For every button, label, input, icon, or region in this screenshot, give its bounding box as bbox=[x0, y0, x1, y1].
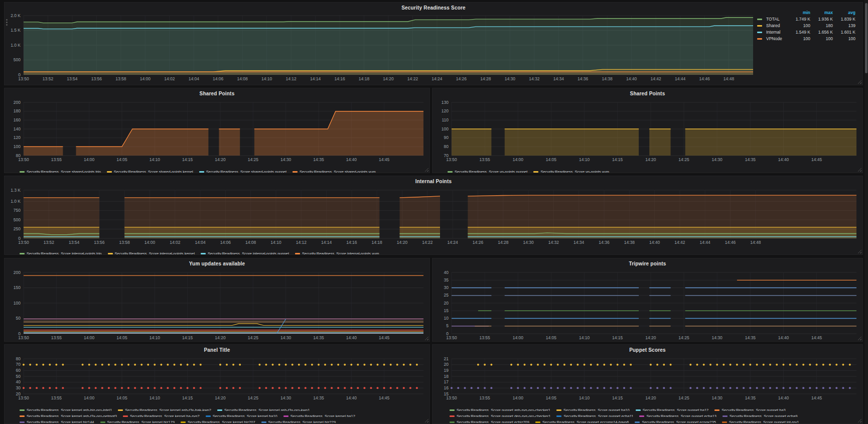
panel-resize-handle[interactable] bbox=[857, 80, 861, 84]
legend-item[interactable]: Security.Readiness_Score.puppet.ecba11 bbox=[556, 413, 633, 417]
internal-points-chart[interactable]: 02505007501.0 K1.3 K13:5013:5213:5413:56… bbox=[6, 187, 861, 247]
svg-text:14:02: 14:02 bbox=[170, 240, 181, 245]
security-readiness-chart[interactable]: 05001.0 K1.5 K2.0 K13:5013:5213:5413:561… bbox=[6, 13, 758, 85]
svg-text:250: 250 bbox=[14, 226, 21, 231]
kernel-scores-chart[interactable]: 2030405060708013:5013:5514:0014:0514:101… bbox=[6, 355, 428, 403]
legend-value: 1.749 K bbox=[788, 16, 810, 23]
series-name: Security.Readiness_Score.vp-points.puppe… bbox=[455, 169, 527, 173]
legend-item[interactable]: Security.Readiness_Score.puppet.eccomp14… bbox=[535, 419, 629, 423]
chart-canvas[interactable]: 70809010011012013013:5013:5514:0014:0514… bbox=[433, 99, 861, 165]
chart-canvas[interactable]: 051015202530354013:5013:5514:0014:0514:1… bbox=[433, 269, 861, 343]
panel-internal-points: Internal Points 02505007501.0 K1.3 K13:5… bbox=[4, 176, 863, 255]
svg-text:14:00: 14:00 bbox=[84, 157, 95, 162]
panel-title[interactable]: Internal Points bbox=[5, 179, 862, 184]
legend-item[interactable]: Security.Readiness_Score.kernel.ba-sys2 bbox=[123, 413, 200, 417]
svg-text:100: 100 bbox=[14, 144, 21, 149]
puppet-scores-chart[interactable]: 1516171819202113:5013:5514:0014:0514:101… bbox=[433, 355, 861, 403]
legend-item[interactable]: Security.Readiness_Score.vp-points.puppe… bbox=[448, 169, 527, 173]
legend-item[interactable]: Security.Readiness_Score.shared-points.t… bbox=[20, 169, 101, 173]
drag-handle-icon[interactable] bbox=[6, 19, 8, 21]
chart-canvas[interactable]: 02505007501.0 K1.3 K13:5013:5213:5413:56… bbox=[6, 187, 861, 247]
svg-text:14:20: 14:20 bbox=[397, 240, 408, 245]
panel-title[interactable]: Security Readiness Score bbox=[5, 5, 862, 11]
svg-text:14:40: 14:40 bbox=[626, 76, 637, 81]
svg-text:160: 160 bbox=[14, 117, 21, 122]
series-legend: Security.Readiness_Score.puppet.ash-sys-… bbox=[450, 405, 859, 423]
svg-text:80: 80 bbox=[16, 356, 21, 361]
series-color-dash-icon bbox=[722, 421, 727, 423]
legend-item[interactable]: Security.Readiness_Score.puppet.ecbiz209 bbox=[450, 419, 529, 423]
legend-item[interactable]: Security.Readiness_Score.kernel.ash-t3x-… bbox=[20, 413, 117, 417]
legend-item[interactable]: Internal bbox=[757, 29, 788, 36]
series-name: Security.Readiness_Score.vp-points.yum bbox=[540, 169, 609, 173]
chart-canvas[interactable]: 1516171819202113:5013:5514:0014:0514:101… bbox=[433, 355, 861, 403]
panel-security-readiness-score: Security Readiness Score 05001.0 K1.5 K2… bbox=[4, 2, 863, 85]
panel-title[interactable]: Panel Title bbox=[5, 347, 429, 353]
legend-item[interactable]: Security.Readiness_Score.puppet.den-sys-… bbox=[450, 413, 550, 417]
panel-title[interactable]: Shared Points bbox=[432, 91, 862, 96]
legend-item[interactable]: Security.Readiness_Score.vp-points.yum bbox=[533, 169, 609, 173]
legend-item[interactable]: Security.Readiness_Score.kernel.biz207 bbox=[181, 419, 255, 423]
svg-text:1.3 K: 1.3 K bbox=[11, 188, 21, 193]
legend-item[interactable]: Security.Readiness_Score.puppet.ba10 bbox=[556, 407, 630, 411]
series-name: Security.Readiness_Score.kernel.ash-t3x-… bbox=[224, 407, 310, 411]
legend-item[interactable]: Shared bbox=[757, 23, 788, 29]
legend-item[interactable]: Security.Readiness_Score.internal-points… bbox=[201, 251, 289, 254]
svg-text:14:46: 14:46 bbox=[699, 76, 710, 81]
legend-item[interactable]: Security.Readiness_Score.shared-points.p… bbox=[199, 169, 286, 173]
legend-item[interactable]: Security.Readiness_Score.kernel.biz179 bbox=[100, 419, 175, 423]
panel-title[interactable]: Yum updates available bbox=[5, 261, 429, 266]
chart-canvas[interactable]: 2030405060708013:5013:5514:0014:0514:101… bbox=[6, 355, 428, 403]
svg-text:14:06: 14:06 bbox=[220, 240, 231, 245]
yum-updates-chart[interactable]: 05010015020013:5013:5514:0014:0514:1014:… bbox=[6, 269, 428, 343]
legend-item[interactable]: Security.Readiness_Score.kernel.biz144 bbox=[20, 419, 94, 423]
legend-table-header[interactable]: max bbox=[810, 10, 833, 16]
legend-item[interactable]: Security.Readiness_Score.puppet.ash-sys-… bbox=[450, 407, 550, 411]
scrollbar-thumb[interactable] bbox=[865, 3, 867, 73]
svg-text:14:40: 14:40 bbox=[346, 395, 357, 400]
panel-title[interactable]: Tripwire points bbox=[432, 261, 862, 266]
svg-text:80: 80 bbox=[444, 144, 449, 149]
legend-item[interactable]: Security.Readiness_Score.puppet.ecba9 bbox=[722, 413, 797, 417]
legend-row: Security.Readiness_Score.puppet.den-sys-… bbox=[450, 411, 859, 417]
legend-item[interactable]: Security.Readiness_Score.puppet.ba12 bbox=[636, 407, 709, 411]
svg-text:13:50: 13:50 bbox=[18, 240, 29, 245]
chart-canvas[interactable]: 05010015020013:5013:5514:0014:0514:1014:… bbox=[6, 269, 428, 343]
legend-item[interactable]: Security.Readiness_Score.kernel.ash-biz-… bbox=[20, 407, 112, 411]
legend-item[interactable]: Security.Readiness_Score.kernel.ba10 bbox=[206, 413, 277, 417]
legend-item[interactable]: Security.Readiness_Score.puppet.ecba13 bbox=[639, 413, 716, 417]
svg-text:14:40: 14:40 bbox=[778, 335, 789, 340]
legend-item[interactable]: Security.Readiness_Score.kernel.ash-t3x-… bbox=[118, 407, 211, 411]
chart-canvas[interactable]: 05001.0 K1.5 K2.0 K13:5013:5213:5413:561… bbox=[6, 13, 758, 85]
legend-value: 100 bbox=[788, 36, 810, 42]
legend-item[interactable]: Security.Readiness_Score.internal-points… bbox=[295, 251, 379, 254]
series-color-dash-icon bbox=[20, 171, 25, 173]
series-legend: Security.Readiness_Score.vp-points.puppe… bbox=[448, 167, 858, 173]
svg-text:30: 30 bbox=[16, 385, 21, 390]
legend-table-header[interactable]: min bbox=[788, 10, 810, 16]
page-scrollbar[interactable] bbox=[864, 0, 868, 424]
panel-title[interactable]: Puppet Scores bbox=[432, 347, 862, 353]
legend-item[interactable]: Security.Readiness_Score.puppet.ecngx235 bbox=[635, 419, 715, 423]
chart-canvas[interactable]: 8010012014016018020013:5013:5514:0014:05… bbox=[6, 99, 428, 165]
svg-text:14:30: 14:30 bbox=[712, 395, 723, 400]
legend-item[interactable]: Security.Readiness_Score.kernel.ba12 bbox=[283, 413, 355, 417]
legend-item[interactable]: Security.Readiness_Score.kernel.ash-t3x-… bbox=[217, 407, 310, 411]
legend-item[interactable]: Security.Readiness_Score.kernel.biz229 bbox=[261, 419, 336, 423]
vp-points-chart[interactable]: 70809010011012013013:5013:5514:0014:0514… bbox=[433, 99, 861, 165]
legend-item[interactable]: Security.Readiness_Score.internal-points… bbox=[20, 251, 102, 254]
legend-item[interactable]: TOTAL bbox=[757, 16, 788, 23]
legend-item[interactable]: Security.Readiness_Score.shared-points.k… bbox=[107, 169, 193, 173]
series-name: Security.Readiness_Score.internal-points… bbox=[27, 251, 102, 254]
panel-title[interactable]: Shared Points bbox=[5, 91, 429, 96]
legend-table-header[interactable]: avg bbox=[833, 10, 855, 16]
shared-points-chart[interactable]: 8010012014016018020013:5013:5514:0014:05… bbox=[6, 99, 428, 165]
legend-item[interactable]: Security.Readiness_Score.puppet.int-srv1 bbox=[722, 419, 799, 423]
legend-item[interactable]: VPNode bbox=[757, 36, 788, 42]
svg-text:14:20: 14:20 bbox=[645, 335, 656, 340]
legend-item[interactable]: Security.Readiness_Score.internal-points… bbox=[108, 251, 195, 254]
legend-item[interactable]: Security.Readiness_Score.puppet.ba3 bbox=[714, 407, 785, 411]
tripwire-points-chart[interactable]: 051015202530354013:5013:5514:0014:0514:1… bbox=[433, 269, 861, 343]
legend-item[interactable]: Security.Readiness_Score.shared-points.y… bbox=[293, 169, 376, 173]
svg-text:13:56: 13:56 bbox=[91, 76, 102, 81]
